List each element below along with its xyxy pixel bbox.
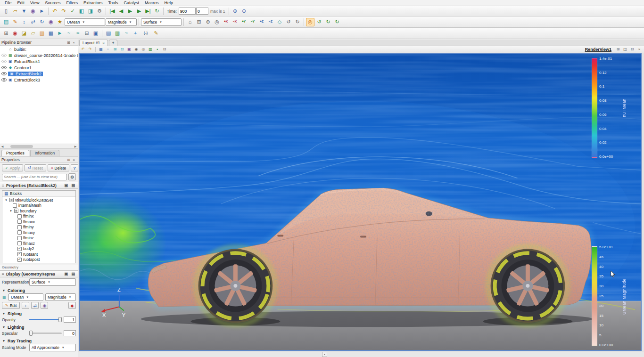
zoom-to-box-icon[interactable]: ⊞	[195, 18, 203, 26]
pipeline-item-extractblock1[interactable]: ▣ ExtractBlock1	[0, 58, 78, 65]
menu-view[interactable]: View	[27, 0, 42, 5]
rotate-90-cw-icon[interactable]: ↻	[293, 18, 302, 26]
rotate-right-icon[interactable]: ↻	[324, 18, 332, 26]
contour-icon[interactable]: ◉	[11, 29, 19, 38]
probe-location-icon[interactable]: +	[131, 29, 140, 38]
threshold-icon[interactable]: ▥	[38, 29, 46, 38]
last-frame-icon[interactable]: ▶|	[144, 7, 152, 16]
block-row[interactable]: ffminy	[3, 225, 74, 230]
screenshot-icon[interactable]: ◉	[29, 7, 37, 16]
split-vertical-icon[interactable]: ⊟	[629, 46, 636, 53]
menu-filters[interactable]: Filters	[63, 0, 81, 5]
block-row[interactable]: ruotapost	[3, 257, 74, 263]
group-datasets-icon[interactable]: ⊟	[83, 29, 91, 38]
rescale-data-range-icon[interactable]: ↕	[20, 18, 28, 26]
block-row[interactable]: ffminx	[3, 214, 74, 219]
float-panel-icon[interactable]: ⊞	[66, 40, 71, 45]
paste-properties-icon[interactable]: ▤	[71, 183, 76, 188]
block-row[interactable]: ruotaant	[3, 252, 74, 257]
view-plus-y-icon[interactable]: +Y	[239, 18, 248, 26]
specular-value-input[interactable]	[64, 330, 76, 336]
camera-undo-icon[interactable]: ↶	[80, 46, 86, 53]
view-plus-x-icon[interactable]: +X	[222, 18, 230, 26]
extract-subset-icon[interactable]: ▦	[47, 29, 55, 38]
block-row[interactable]: body2	[3, 246, 74, 252]
pipeline-item-extractblock3[interactable]: ▣ ExtractBlock3	[0, 77, 78, 83]
time-index-spinner[interactable]	[196, 8, 208, 15]
previous-frame-icon[interactable]: ◀	[117, 7, 125, 16]
expander-icon[interactable]: ▾	[2, 339, 6, 343]
apply-button[interactable]: ✓Apply	[2, 164, 23, 171]
menu-help[interactable]: Help	[161, 0, 176, 5]
expander-icon[interactable]: ▾	[2, 289, 6, 292]
block-row[interactable]: ▾ boundary	[3, 208, 74, 214]
visibility-eye-icon[interactable]	[1, 60, 7, 63]
search-input[interactable]	[2, 174, 67, 180]
view-isometric-icon[interactable]: ◇	[275, 18, 284, 26]
expander-icon[interactable]: ▾	[2, 312, 6, 316]
camera-redo-icon[interactable]: ↷	[87, 46, 93, 53]
warp-by-vector-icon[interactable]: ≈	[74, 29, 82, 38]
hover-points-icon[interactable]: ▪	[154, 46, 161, 53]
specular-slider[interactable]	[29, 333, 62, 334]
representation-select[interactable]: Surface	[29, 278, 76, 286]
layout-tab-1[interactable]: Layout #1 ×	[79, 40, 108, 46]
select-surface-points-icon[interactable]: ▫	[105, 46, 111, 53]
zoom-closest-icon[interactable]: ◎	[306, 18, 314, 26]
edit-pencil-icon[interactable]: ✎	[152, 29, 160, 38]
maximize-view-icon[interactable]: ⊞	[615, 46, 621, 53]
rotate-left-icon[interactable]: ↺	[315, 18, 323, 26]
menu-catalyst[interactable]: Catalyst	[121, 0, 142, 5]
block-row[interactable]: ffmaxx	[3, 219, 74, 225]
glyph-icon[interactable]: ►	[56, 29, 64, 38]
float-panel-icon[interactable]: ⊞	[66, 157, 71, 162]
select-surface-cells-icon[interactable]: ▦	[98, 46, 104, 53]
block-checkbox[interactable]	[13, 203, 17, 208]
menu-tools[interactable]: Tools	[105, 0, 121, 5]
pipeline-item-extractblock2[interactable]: ▣ ExtractBlock2	[0, 71, 78, 77]
save-animation-icon[interactable]: ►	[38, 7, 46, 16]
opacity-value-input[interactable]	[64, 316, 76, 323]
color-palette-icon[interactable]: ◨	[86, 7, 95, 16]
coloring-array-select[interactable]: UMean	[8, 293, 43, 301]
auto-apply-icon[interactable]: ✓	[68, 7, 77, 16]
next-frame-icon[interactable]: ▶	[135, 7, 143, 16]
block-checkbox[interactable]	[17, 247, 22, 251]
edit-color-map-button[interactable]: ✎Edit	[2, 302, 20, 309]
colorbar-umean-gradient[interactable]	[592, 246, 597, 346]
block-checkbox[interactable]	[17, 236, 22, 240]
reset-camera-icon[interactable]: ⌂	[186, 18, 194, 26]
hover-cells-icon[interactable]: ▥	[147, 46, 154, 53]
favorites-button[interactable]: ◆	[68, 302, 76, 309]
reload-icon[interactable]: ↻	[333, 18, 341, 26]
help-button[interactable]: ?	[71, 164, 78, 171]
opacity-slider[interactable]	[29, 319, 62, 320]
coloring-component-select[interactable]: Magnitude	[45, 293, 76, 301]
scaling-mode-select[interactable]: All Approximate	[29, 344, 76, 351]
play-icon[interactable]: ▶	[126, 7, 134, 16]
pipeline-item-builtin[interactable]: ⌂ builtin:	[0, 46, 78, 52]
interactive-select-points-icon[interactable]: ◎	[140, 46, 147, 53]
choose-preset-icon[interactable]: ★	[56, 18, 64, 26]
visibility-eye-icon[interactable]	[1, 72, 7, 75]
rescale-custom-range-icon[interactable]: ⇄	[29, 18, 37, 26]
extract-block-icon[interactable]: ▣	[91, 29, 100, 38]
rotate-90-ccw-icon[interactable]: ↺	[284, 18, 293, 26]
save-state-icon[interactable]: ▼	[20, 7, 28, 16]
view-minus-x-icon[interactable]: −X	[231, 18, 239, 26]
colorbar-nutmean-gradient[interactable]	[592, 58, 597, 158]
zoom-box-icon[interactable]: ⊟	[161, 46, 168, 53]
close-panel-icon[interactable]: ×	[71, 40, 76, 45]
add-layout-tab[interactable]: +	[109, 40, 117, 46]
close-view-icon[interactable]: ×	[636, 46, 643, 53]
loop-icon[interactable]: ↻	[153, 7, 161, 16]
settings-gear-icon[interactable]: ⚙	[95, 7, 104, 16]
rescale-visible-icon[interactable]: ◉	[47, 18, 55, 26]
block-row[interactable]: ffmaxz	[3, 241, 74, 246]
load-palette-icon[interactable]: ◧	[77, 7, 86, 16]
undo-icon[interactable]: ↶	[50, 7, 59, 16]
calculator-icon[interactable]: ⊞	[2, 29, 10, 38]
close-panel-icon[interactable]: ×	[71, 157, 76, 162]
view-plus-z-icon[interactable]: +Z	[257, 18, 266, 26]
delete-button[interactable]: ×Delete	[48, 164, 69, 171]
